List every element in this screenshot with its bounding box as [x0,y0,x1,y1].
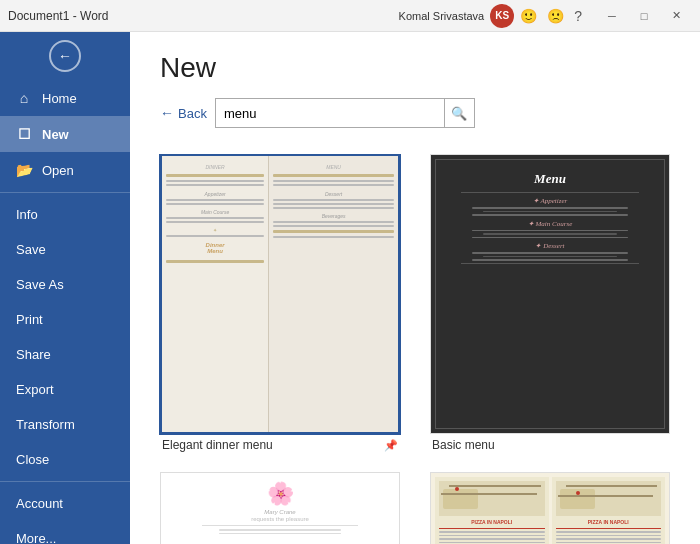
sidebar-item-label-open: Open [42,163,74,178]
search-button[interactable]: 🔍 [444,99,474,127]
tpl-text4 [166,203,264,205]
sidebar-divider [0,192,130,193]
template-label-basic: Basic menu [432,438,495,452]
sidebar-bottom: Account More... [0,477,130,544]
tpl-pizza-map1 [439,481,545,516]
titlebar-left: Document1 - Word [8,9,108,23]
tpl-pizza-map2 [556,481,662,516]
sidebar-top: ← [0,32,130,80]
template-thumb-pizza: PIZZA IN NAPOLI [430,472,670,544]
sidebar-item-label-share: Share [16,347,51,362]
template-label-row-basic: Basic menu [430,434,670,452]
titlebar: Document1 - Word Komal Srivastava KS 🙂 🙁… [0,0,700,32]
sidebar-item-more[interactable]: More... [0,521,130,544]
user-avatar[interactable]: KS [490,4,514,28]
tpl-pizza-col1: PIZZA IN NAPOLI [435,477,549,544]
tpl-elegant-left: DINNER Appetizer Main Course ✦ [162,156,268,432]
help-icon[interactable]: ? [574,8,582,24]
sidebar-item-share[interactable]: Share [0,337,130,372]
emoji-smile-icon[interactable]: 🙂 [520,8,537,24]
template-item-basic[interactable]: Menu ✦ Appetizer ✦ Main Course ✦ Dessert [430,154,670,452]
user-name: Komal Srivastava [399,10,485,22]
sidebar-back-button[interactable]: ← [49,40,81,72]
titlebar-user: Komal Srivastava KS [399,4,515,28]
sidebar-item-new[interactable]: ☐ New [0,116,130,152]
template-label-row-elegant: Elegant dinner menu 📌 [160,434,400,452]
tpl-text3 [166,199,264,201]
back-arrow-icon: ← [160,105,174,121]
home-icon: ⌂ [16,90,32,106]
templates-grid: DINNER Appetizer Main Course ✦ [160,154,670,544]
tpl-basic-visual: Menu ✦ Appetizer ✦ Main Course ✦ Dessert [431,155,669,433]
tpl-text2 [166,184,264,186]
sidebar-item-account[interactable]: Account [0,486,130,521]
titlebar-icons: 🙂 🙁 ? [520,8,582,24]
sidebar-item-label-account: Account [16,496,63,511]
search-row: ← Back 🔍 [160,98,670,128]
pin-icon-elegant: 📌 [384,439,398,452]
sidebar: ← ⌂ Home ☐ New 📂 Open Info Save S [0,32,130,544]
sidebar-item-transform[interactable]: Transform [0,407,130,442]
sidebar-item-home[interactable]: ⌂ Home [0,80,130,116]
new-icon: ☐ [16,126,32,142]
restore-button[interactable]: □ [628,0,660,32]
sidebar-item-label-save-as: Save As [16,277,64,292]
back-link-label: Back [178,106,207,121]
sidebar-item-label-info: Info [16,207,38,222]
sidebar-item-label-more: More... [16,531,56,544]
template-thumb-dinner-party: 🌸 Mary Crane requests the pleasure Menu [160,472,400,544]
content-header: New ← Back 🔍 [130,32,700,154]
open-icon: 📂 [16,162,32,178]
sidebar-item-open[interactable]: 📂 Open [0,152,130,188]
search-box: 🔍 [215,98,475,128]
tpl-line1 [166,174,264,177]
tpl-pizza-col2: PIZZA IN NAPOLI [552,477,666,544]
sidebar-nav: ⌂ Home ☐ New 📂 Open Info Save Save As [0,80,130,477]
sidebar-item-info[interactable]: Info [0,197,130,232]
templates-scroll[interactable]: DINNER Appetizer Main Course ✦ [130,154,700,544]
template-thumb-elegant: DINNER Appetizer Main Course ✦ [160,154,400,434]
sidebar-item-label-transform: Transform [16,417,75,432]
tpl-elegant-right: MENU Dessert Beverages [268,156,398,432]
search-input[interactable] [216,102,444,125]
template-item-dinner-party[interactable]: 🌸 Mary Crane requests the pleasure Menu [160,472,400,544]
window-controls: ─ □ ✕ [596,0,692,32]
flower-decoration: 🌸 [267,481,294,507]
titlebar-right: Komal Srivastava KS 🙂 🙁 ? ─ □ ✕ [399,0,692,32]
template-thumb-basic: Menu ✦ Appetizer ✦ Main Course ✦ Dessert [430,154,670,434]
template-item-elegant[interactable]: DINNER Appetizer Main Course ✦ [160,154,400,452]
sidebar-item-save[interactable]: Save [0,232,130,267]
tpl-pizza-visual: PIZZA IN NAPOLI [431,473,669,544]
tpl-elegant-visual: DINNER Appetizer Main Course ✦ [162,156,398,432]
sidebar-item-label-export: Export [16,382,54,397]
titlebar-title: Document1 - Word [8,9,108,23]
tpl-text1 [166,180,264,182]
back-link[interactable]: ← Back [160,105,207,121]
sidebar-item-label-home: Home [42,91,77,106]
emoji-frown-icon[interactable]: 🙁 [547,8,564,24]
sidebar-item-label-save: Save [16,242,46,257]
main-layout: ← ⌂ Home ☐ New 📂 Open Info Save S [0,32,700,544]
sidebar-item-label-close: Close [16,452,49,467]
sidebar-item-save-as[interactable]: Save As [0,267,130,302]
template-item-pizza[interactable]: PIZZA IN NAPOLI [430,472,670,544]
sidebar-divider-bottom [0,481,130,482]
template-label-elegant: Elegant dinner menu [162,438,273,452]
content-area: New ← Back 🔍 DIN [130,32,700,544]
close-button[interactable]: ✕ [660,0,692,32]
sidebar-item-export[interactable]: Export [0,372,130,407]
tpl-party-visual: 🌸 Mary Crane requests the pleasure Menu [161,473,399,544]
page-title: New [160,52,670,84]
sidebar-item-print[interactable]: Print [0,302,130,337]
minimize-button[interactable]: ─ [596,0,628,32]
sidebar-item-close[interactable]: Close [0,442,130,477]
tpl-basic-border [435,159,665,429]
sidebar-item-label-print: Print [16,312,43,327]
sidebar-item-label-new: New [42,127,69,142]
